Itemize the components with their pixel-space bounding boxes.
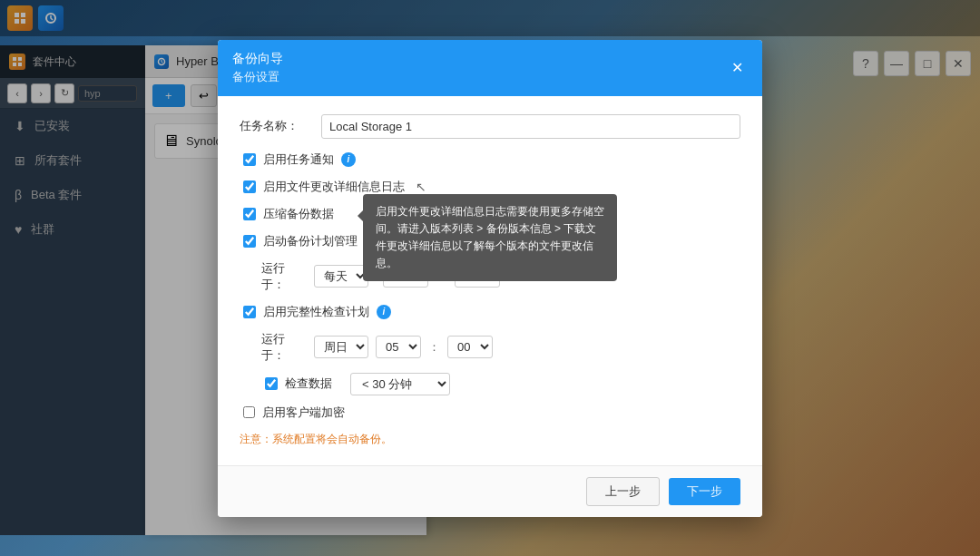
encryption-row: 启用客户端加密 <box>240 405 740 421</box>
integrity-section: 运行于： 周日 05 ： 00 检查数据 <box>240 331 740 395</box>
encryption-label: 启用客户端加密 <box>262 405 345 421</box>
schedule-option-row: 启动备份计划管理 <box>240 233 740 249</box>
integrity-run-label: 运行于： <box>261 331 307 364</box>
schedule-hour-select[interactable]: 03 <box>383 265 428 288</box>
schedule-section: 运行于： 每天 每周 每月 03 ： 00 <box>240 260 740 293</box>
file-log-option-row: 启用文件更改详细信息日志 ↖ <box>240 179 740 195</box>
compress-label: 压缩备份数据 <box>263 206 334 222</box>
modal-header-content: 备份向导 备份设置 <box>232 51 283 85</box>
integrity-option-row: 启用完整性检查计划 i <box>240 304 740 320</box>
integrity-info-icon[interactable]: i <box>377 305 391 319</box>
cursor-indicator: ↖ <box>412 180 426 194</box>
encryption-checkbox[interactable] <box>243 406 255 418</box>
check-duration-select[interactable]: < 30 分钟 < 1 小时 < 2 小时 无限制 <box>350 373 450 395</box>
integrity-label: 启用完整性检查计划 <box>263 304 369 320</box>
integrity-run-row: 运行于： 周日 05 ： 00 <box>261 331 740 364</box>
task-name-input[interactable] <box>321 114 740 139</box>
schedule-run-row: 运行于： 每天 每周 每月 03 ： 00 <box>261 260 740 293</box>
note-text: 注意：系统配置将会自动备份。 <box>240 432 740 447</box>
integrity-minute-select[interactable]: 00 <box>447 336 493 358</box>
modal-close-button[interactable]: ✕ <box>726 57 748 79</box>
check-data-checkbox[interactable] <box>265 377 278 390</box>
file-log-checkbox[interactable] <box>243 180 256 193</box>
modal-overlay: 备份向导 备份设置 ✕ 任务名称： 启用任务通知 i 启用文件更改详细信息日志 <box>0 0 980 556</box>
frequency-select[interactable]: 每天 每周 每月 <box>314 265 368 288</box>
notify-option-row: 启用任务通知 i <box>240 151 740 168</box>
next-button[interactable]: 下一步 <box>669 478 740 505</box>
schedule-checkbox[interactable] <box>243 235 256 248</box>
run-at-label: 运行于： <box>261 260 307 293</box>
integrity-day-select[interactable]: 周日 <box>314 336 368 358</box>
notify-info-icon[interactable]: i <box>341 152 356 167</box>
prev-button[interactable]: 上一步 <box>586 477 660 506</box>
wizard-title: 备份向导 <box>232 51 283 67</box>
task-name-label: 任务名称： <box>240 118 321 134</box>
modal-body: 任务名称： 启用任务通知 i 启用文件更改详细信息日志 ↖ <box>218 96 762 465</box>
compress-option-row: 压缩备份数据 <box>240 206 740 222</box>
notify-label: 启用任务通知 <box>263 151 334 168</box>
modal-header: 备份向导 备份设置 ✕ <box>218 40 762 96</box>
compress-checkbox[interactable] <box>243 208 256 220</box>
file-log-label: 启用文件更改详细信息日志 <box>263 179 405 195</box>
schedule-label: 启动备份计划管理 <box>263 233 358 249</box>
modal-footer: 上一步 下一步 <box>218 465 762 517</box>
task-name-row: 任务名称： <box>240 114 740 139</box>
check-data-label: 检查数据 <box>285 376 332 392</box>
integrity-checkbox[interactable] <box>243 306 256 318</box>
schedule-minute-select[interactable]: 00 <box>455 265 500 288</box>
backup-wizard-modal: 备份向导 备份设置 ✕ 任务名称： 启用任务通知 i 启用文件更改详细信息日志 <box>218 40 762 517</box>
notify-checkbox[interactable] <box>243 153 256 166</box>
integrity-hour-select[interactable]: 05 <box>376 336 421 358</box>
check-data-row: 检查数据 < 30 分钟 < 1 小时 < 2 小时 无限制 <box>261 373 740 395</box>
modal-section-title: 备份设置 <box>232 69 283 85</box>
